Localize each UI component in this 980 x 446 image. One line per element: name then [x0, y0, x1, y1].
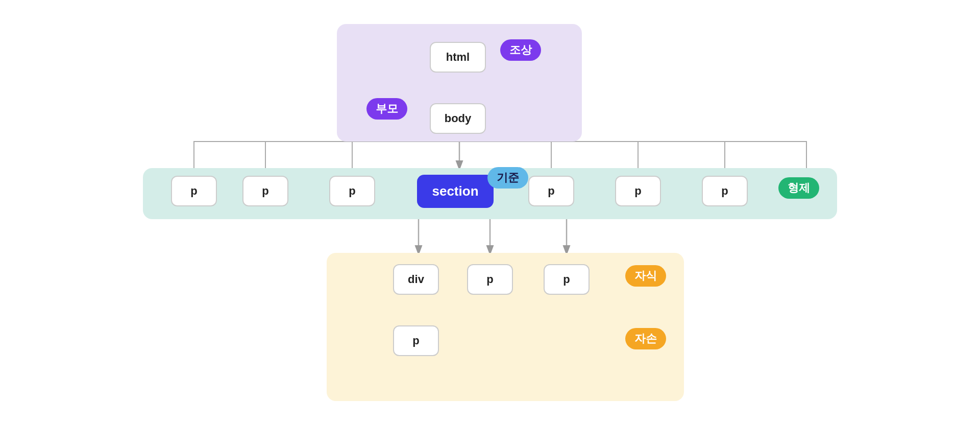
parent-badge-label: 부모 — [376, 102, 398, 115]
reference-badge-label: 기준 — [497, 171, 519, 184]
sibling-badge: 형제 — [778, 177, 819, 199]
ancestor-badge: 조상 — [500, 39, 541, 61]
p5-node: p — [615, 176, 661, 206]
p3-label: p — [349, 184, 355, 198]
cp1-node: p — [467, 264, 513, 295]
html-node: html — [430, 42, 486, 73]
p5-label: p — [634, 184, 641, 198]
grandchild-badge: 자손 — [625, 328, 666, 349]
child-badge: 자식 — [625, 265, 666, 287]
reference-badge: 기준 — [487, 167, 528, 189]
child-badge-label: 자식 — [634, 269, 657, 282]
section-label: section — [432, 183, 478, 199]
p4-label: p — [548, 184, 554, 198]
div-label: div — [408, 273, 424, 286]
p2-node: p — [242, 176, 288, 206]
grandchild-label: p — [412, 334, 419, 347]
p6-label: p — [721, 184, 728, 198]
cp1-label: p — [486, 273, 493, 286]
sibling-badge-label: 형제 — [788, 181, 810, 194]
ancestor-badge-label: 조상 — [509, 43, 532, 56]
p3-node: p — [329, 176, 375, 206]
cp2-label: p — [563, 273, 570, 286]
body-label: body — [445, 112, 472, 125]
grandchild-badge-label: 자손 — [634, 332, 657, 345]
parent-badge: 부모 — [366, 98, 407, 120]
p4-node: p — [528, 176, 574, 206]
p6-node: p — [702, 176, 748, 206]
p2-label: p — [262, 184, 268, 198]
div-node: div — [393, 264, 439, 295]
section-node: section — [417, 175, 494, 208]
grandchild-node: p — [393, 325, 439, 356]
p1-label: p — [190, 184, 197, 198]
html-label: html — [446, 51, 470, 64]
diagram: html 조상 부모 body p p p section 기준 p p p — [133, 14, 847, 433]
cp2-node: p — [544, 264, 590, 295]
body-node: body — [430, 103, 486, 134]
p1-node: p — [171, 176, 217, 206]
